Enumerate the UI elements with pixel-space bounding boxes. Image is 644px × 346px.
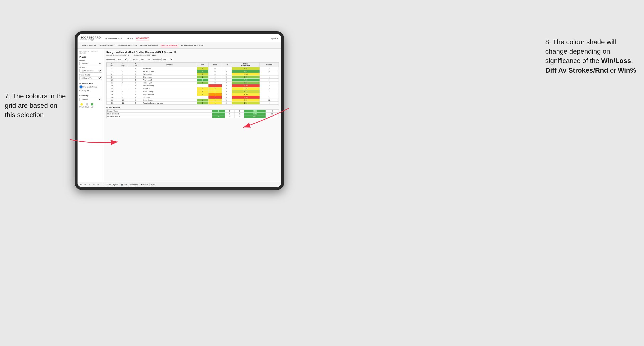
opponent-label: Opponent — [153, 58, 160, 60]
cell-ood-win: 5 — [212, 115, 225, 118]
cell-conf: 7 — [129, 102, 142, 105]
opponents-label: Opponents: — [106, 58, 115, 60]
sub-nav-team-summary[interactable]: TEAM SUMMARY — [80, 44, 96, 47]
redo-btn[interactable]: ↩ — [84, 183, 87, 186]
annotation-left: 7. The colours in the grid are based on … — [5, 91, 68, 120]
cell-win: 1 — [197, 73, 208, 76]
cell-conf: 6 — [129, 99, 142, 102]
legend-dot-up — [91, 103, 93, 106]
col-tie: Tie — [222, 62, 232, 67]
sub-nav-player-h2h-grid[interactable]: PLAYER H2H GRID — [161, 44, 178, 47]
tablet-frame: SCOREBOARD Powered by clippd TOURNAMENTS… — [75, 31, 284, 190]
cell-win: 1 — [197, 76, 208, 79]
nav-teams[interactable]: TEAMS — [125, 37, 133, 40]
cell-conf: 2 — [129, 70, 142, 73]
division-label: Division — [80, 67, 102, 69]
player-rank-select[interactable]: 8. Katelyn Vo — [80, 76, 102, 80]
cell-opponent: Sydney Kuo — [142, 73, 197, 76]
forward-btn[interactable]: ↪ — [88, 183, 91, 186]
eye-icon: 👁 — [141, 184, 142, 185]
watch-btn[interactable]: 👁 Watch — [141, 184, 148, 185]
cell-tie: 0 — [222, 82, 232, 84]
col-div: #Div — [107, 62, 117, 67]
cell-diff: 4.00 — [232, 70, 260, 73]
opponents-select[interactable]: (All) — [116, 58, 128, 61]
cell-reg: 6 — [117, 79, 129, 82]
conference-select[interactable]: (All) — [139, 58, 151, 61]
cell-reg: 3 — [117, 73, 129, 76]
cell-conf: 4 — [129, 76, 142, 79]
cell-rounds: 9 — [260, 87, 278, 90]
sidebar: Last Updated: 27/03/2024 16:55:38 Player… — [78, 49, 104, 182]
opponent-select[interactable]: (All) — [161, 58, 173, 61]
sub-nav-player-h2h-heatmap[interactable]: PLAYER H2H HEATMAP — [181, 44, 203, 47]
colour-by-select[interactable]: Win/loss — [80, 98, 102, 101]
sub-nav-team-h2h-heatmap[interactable]: TEAM H2H HEATMAP — [117, 44, 137, 47]
logo-text: SCOREBOARD — [80, 36, 101, 39]
cell-win: 1 — [197, 70, 208, 73]
toolbar-divider-1 — [106, 183, 106, 186]
undo-btn[interactable]: ↩ — [80, 183, 82, 186]
copy-btn[interactable]: ⊞ — [92, 183, 95, 186]
ood-table-row: Foreign Team 1 0 0 4.500 2 — [107, 110, 279, 113]
cell-diff: -3.00 — [232, 84, 260, 87]
cell-reg: 7 — [117, 87, 129, 90]
cell-opponent: Euna Lee — [142, 96, 197, 99]
edit-btn[interactable]: ✏ — [97, 183, 100, 186]
opponents-played-radio[interactable]: Opponents Played — [80, 85, 102, 88]
cell-ood-diff: 7.400 — [244, 115, 266, 118]
cell-ood-loss: 0 — [225, 110, 234, 113]
cell-conf: 1 — [129, 84, 142, 87]
nav-tournaments[interactable]: TOURNAMENTS — [105, 37, 122, 40]
cell-div: 9 — [107, 76, 117, 79]
table-row: 14 7 4 Eunice Yi 2 2 0 0.38 9 — [107, 87, 279, 90]
cell-win: 4 — [197, 99, 208, 102]
cell-tie: 0 — [222, 73, 232, 76]
division-select[interactable]: NCAA Division III — [80, 69, 102, 73]
sign-out-link[interactable]: Sign out — [270, 37, 278, 40]
cell-ood-opponent: Foreign Team — [107, 110, 212, 113]
cell-div: 20 — [107, 102, 117, 105]
cell-opponent: Emily Chang — [142, 99, 197, 102]
cell-ood-tie: 0 — [234, 113, 244, 115]
top100-radio[interactable]: Top 100 — [80, 89, 102, 92]
share-btn[interactable]: Share — [151, 184, 156, 185]
cell-diff: -0.94 — [232, 93, 260, 96]
legend-label-down: Down — [80, 106, 84, 108]
save-custom-btn[interactable]: 💾 Save Custom View — [121, 184, 138, 186]
col-conf: #Conf — [129, 62, 142, 67]
cell-ood-rounds: 10 — [266, 115, 278, 118]
sub-nav-player-summary[interactable]: PLAYER SUMMARY — [140, 44, 158, 47]
cell-reg: 2 — [117, 70, 129, 73]
cell-opponent: Federica Domecq Lacroze — [142, 102, 197, 105]
cell-opponent: Andrea York — [142, 79, 197, 82]
cell-reg: 5 — [117, 82, 129, 84]
cell-diff: 0.38 — [232, 87, 260, 90]
cell-div: 11 — [107, 82, 117, 84]
out-of-division-header: Out of division — [106, 107, 279, 109]
filters-row: Opponents: (All) Conference (All) Oppone… — [106, 58, 279, 61]
cell-reg: 10 — [117, 99, 129, 102]
table-row: 9 1 4 Sharon Mun 1 0 0 3.67 3 — [107, 76, 279, 79]
cell-conf: 3 — [129, 73, 142, 76]
table-row: 11 5 2 Heejo Hyun 1 0 0 3.33 3 — [107, 82, 279, 84]
nav-committee[interactable]: COMMITTEE — [136, 36, 149, 40]
cell-rounds — [260, 73, 278, 76]
cell-ood-rounds: 30 — [266, 113, 278, 115]
player-section-title: Player — [80, 56, 102, 58]
annotation-right: 8. The colour shade will change dependin… — [545, 37, 637, 75]
col-opponent: Opponent — [142, 62, 197, 67]
gender-select[interactable]: Women's — [80, 62, 102, 65]
cell-ood-diff: 9.267 — [244, 113, 266, 115]
cell-win: 2 — [197, 79, 208, 82]
cell-tie: 0 — [222, 84, 232, 87]
sub-navigation: TEAM SUMMARY TEAM H2H GRID TEAM H2H HEAT… — [78, 43, 281, 49]
cell-conf: 1 — [129, 93, 142, 96]
view-original-btn[interactable]: View: Original — [107, 184, 118, 185]
cell-rounds: 2 — [260, 84, 278, 87]
cell-ood-win: 1 — [212, 110, 225, 113]
cell-ood-diff: 4.500 — [244, 110, 266, 113]
overall-record: Overall Record: 353 - 34 - 6 — [106, 54, 129, 56]
clock-btn[interactable]: ⏱ — [101, 183, 104, 186]
sub-nav-team-h2h-grid[interactable]: TEAM H2H GRID — [99, 44, 114, 47]
